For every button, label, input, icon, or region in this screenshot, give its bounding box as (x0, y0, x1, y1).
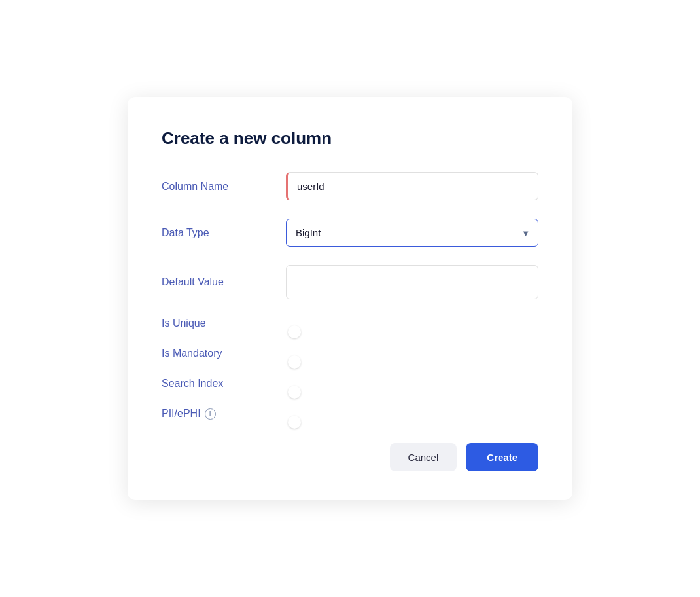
pii-ephi-label: PII/ePHI i (162, 408, 286, 420)
data-type-row: Data Type BigInt Int String Boolean Floa… (162, 219, 538, 247)
create-column-dialog: Create a new column Column Name Data Typ… (128, 97, 572, 500)
search-index-row: Search Index (162, 378, 538, 389)
is-unique-row: Is Unique (162, 317, 538, 329)
is-mandatory-label: Is Mandatory (162, 348, 286, 359)
toggle-thumb (288, 416, 301, 429)
search-index-label: Search Index (162, 378, 286, 389)
pii-ephi-row: PII/ePHI i (162, 408, 538, 420)
toggle-thumb (288, 325, 301, 338)
toggle-thumb (288, 355, 301, 369)
column-name-input[interactable] (286, 172, 538, 200)
cancel-button[interactable]: Cancel (390, 443, 457, 471)
toggle-thumb (288, 386, 301, 399)
is-mandatory-row: Is Mandatory (162, 348, 538, 359)
data-type-select-wrapper: BigInt Int String Boolean Float DateTime… (286, 219, 538, 247)
default-value-row: Default Value (162, 265, 538, 299)
data-type-label: Data Type (162, 227, 286, 239)
data-type-control: BigInt Int String Boolean Float DateTime… (286, 219, 538, 247)
default-value-input[interactable] (286, 265, 538, 299)
create-button[interactable]: Create (466, 443, 538, 471)
column-name-label: Column Name (162, 181, 286, 192)
dialog-buttons: Cancel Create (162, 443, 538, 471)
is-unique-label: Is Unique (162, 317, 286, 329)
data-type-select[interactable]: BigInt Int String Boolean Float DateTime… (286, 219, 538, 247)
column-name-control (286, 172, 538, 200)
column-name-row: Column Name (162, 172, 538, 200)
default-value-label: Default Value (162, 276, 286, 288)
default-value-control (286, 265, 538, 299)
info-icon: i (205, 408, 216, 420)
dialog-title: Create a new column (162, 128, 538, 149)
